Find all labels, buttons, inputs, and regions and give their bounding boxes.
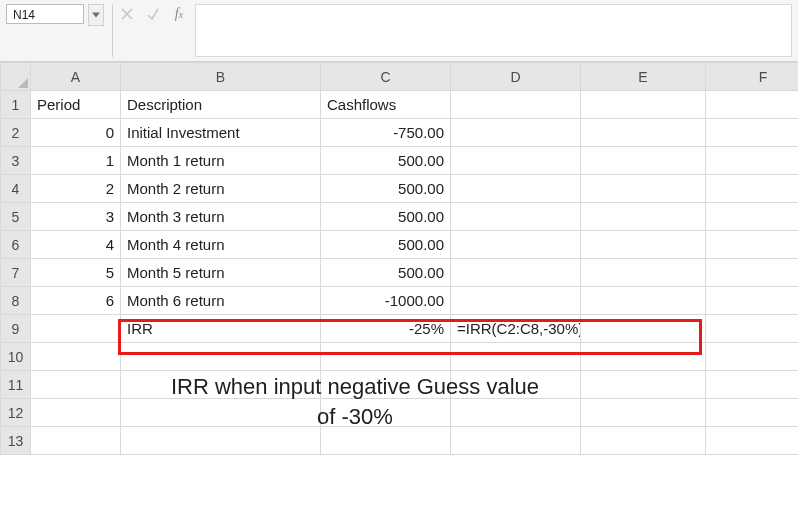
cell-D12[interactable] — [451, 399, 581, 427]
cell-C4[interactable]: 500.00 — [321, 175, 451, 203]
row-header-4[interactable]: 4 — [1, 175, 31, 203]
cell-F13[interactable] — [706, 427, 799, 455]
cell-E4[interactable] — [581, 175, 706, 203]
cell-D8[interactable] — [451, 287, 581, 315]
cell-E10[interactable] — [581, 343, 706, 371]
cell-F11[interactable] — [706, 371, 799, 399]
cell-D10[interactable] — [451, 343, 581, 371]
cell-D4[interactable] — [451, 175, 581, 203]
cell-B3[interactable]: Month 1 return — [121, 147, 321, 175]
cell-E13[interactable] — [581, 427, 706, 455]
cell-A2[interactable]: 0 — [31, 119, 121, 147]
cell-B8[interactable]: Month 6 return — [121, 287, 321, 315]
cell-B9[interactable]: IRR — [121, 315, 321, 343]
accept-formula-button[interactable] — [145, 4, 161, 24]
row-header-1[interactable]: 1 — [1, 91, 31, 119]
cell-A13[interactable] — [31, 427, 121, 455]
cell-E5[interactable] — [581, 203, 706, 231]
cell-B13[interactable] — [121, 427, 321, 455]
cell-E6[interactable] — [581, 231, 706, 259]
cell-A9[interactable] — [31, 315, 121, 343]
formula-input[interactable] — [195, 4, 792, 57]
cell-B6[interactable]: Month 4 return — [121, 231, 321, 259]
name-box-dropdown[interactable] — [88, 4, 104, 26]
cell-C11[interactable] — [321, 371, 451, 399]
cell-F7[interactable] — [706, 259, 799, 287]
col-header-C[interactable]: C — [321, 63, 451, 91]
col-header-B[interactable]: B — [121, 63, 321, 91]
cell-C2[interactable]: -750.00 — [321, 119, 451, 147]
cell-E8[interactable] — [581, 287, 706, 315]
cell-C3[interactable]: 500.00 — [321, 147, 451, 175]
cell-B1[interactable]: Description — [121, 91, 321, 119]
cell-A4[interactable]: 2 — [31, 175, 121, 203]
cell-E12[interactable] — [581, 399, 706, 427]
cell-E1[interactable] — [581, 91, 706, 119]
cell-A7[interactable]: 5 — [31, 259, 121, 287]
cell-B7[interactable]: Month 5 return — [121, 259, 321, 287]
cell-A12[interactable] — [31, 399, 121, 427]
cell-F2[interactable] — [706, 119, 799, 147]
cell-A3[interactable]: 1 — [31, 147, 121, 175]
cell-A11[interactable] — [31, 371, 121, 399]
cell-E3[interactable] — [581, 147, 706, 175]
cell-C8[interactable]: -1000.00 — [321, 287, 451, 315]
cell-F9[interactable] — [706, 315, 799, 343]
cell-B4[interactable]: Month 2 return — [121, 175, 321, 203]
cell-F1[interactable] — [706, 91, 799, 119]
cell-B11[interactable] — [121, 371, 321, 399]
cell-C9[interactable]: -25% — [321, 315, 451, 343]
cell-A8[interactable]: 6 — [31, 287, 121, 315]
cell-C1[interactable]: Cashflows — [321, 91, 451, 119]
cell-B5[interactable]: Month 3 return — [121, 203, 321, 231]
spreadsheet-grid[interactable]: A B C D E F 1 Period Description Cashflo… — [0, 62, 798, 528]
insert-function-button[interactable]: fx — [171, 4, 187, 24]
cell-D13[interactable] — [451, 427, 581, 455]
cell-D11[interactable] — [451, 371, 581, 399]
cell-E11[interactable] — [581, 371, 706, 399]
cell-A10[interactable] — [31, 343, 121, 371]
row-header-7[interactable]: 7 — [1, 259, 31, 287]
cell-D6[interactable] — [451, 231, 581, 259]
cell-C6[interactable]: 500.00 — [321, 231, 451, 259]
row-header-12[interactable]: 12 — [1, 399, 31, 427]
cell-D5[interactable] — [451, 203, 581, 231]
cell-E9[interactable] — [581, 315, 706, 343]
row-header-2[interactable]: 2 — [1, 119, 31, 147]
cell-F8[interactable] — [706, 287, 799, 315]
cell-F6[interactable] — [706, 231, 799, 259]
cell-F4[interactable] — [706, 175, 799, 203]
cell-D7[interactable] — [451, 259, 581, 287]
cell-C7[interactable]: 500.00 — [321, 259, 451, 287]
row-header-10[interactable]: 10 — [1, 343, 31, 371]
cell-B2[interactable]: Initial Investment — [121, 119, 321, 147]
cell-D9[interactable]: =IRR(C2:C8,-30%) — [451, 315, 581, 343]
cell-F12[interactable] — [706, 399, 799, 427]
cell-C13[interactable] — [321, 427, 451, 455]
cell-A5[interactable]: 3 — [31, 203, 121, 231]
row-header-9[interactable]: 9 — [1, 315, 31, 343]
cell-C5[interactable]: 500.00 — [321, 203, 451, 231]
cell-A6[interactable]: 4 — [31, 231, 121, 259]
row-header-11[interactable]: 11 — [1, 371, 31, 399]
col-header-D[interactable]: D — [451, 63, 581, 91]
row-header-6[interactable]: 6 — [1, 231, 31, 259]
cell-C12[interactable] — [321, 399, 451, 427]
cell-B12[interactable] — [121, 399, 321, 427]
cell-F5[interactable] — [706, 203, 799, 231]
cancel-formula-button[interactable] — [119, 4, 135, 24]
cell-F3[interactable] — [706, 147, 799, 175]
cell-D1[interactable] — [451, 91, 581, 119]
cell-C10[interactable] — [321, 343, 451, 371]
cell-D3[interactable] — [451, 147, 581, 175]
row-header-8[interactable]: 8 — [1, 287, 31, 315]
row-header-5[interactable]: 5 — [1, 203, 31, 231]
col-header-E[interactable]: E — [581, 63, 706, 91]
cell-B10[interactable] — [121, 343, 321, 371]
cell-D2[interactable] — [451, 119, 581, 147]
col-header-A[interactable]: A — [31, 63, 121, 91]
cell-E7[interactable] — [581, 259, 706, 287]
name-box[interactable]: N14 — [6, 4, 84, 24]
select-all-corner[interactable] — [1, 63, 31, 91]
col-header-F[interactable]: F — [706, 63, 799, 91]
